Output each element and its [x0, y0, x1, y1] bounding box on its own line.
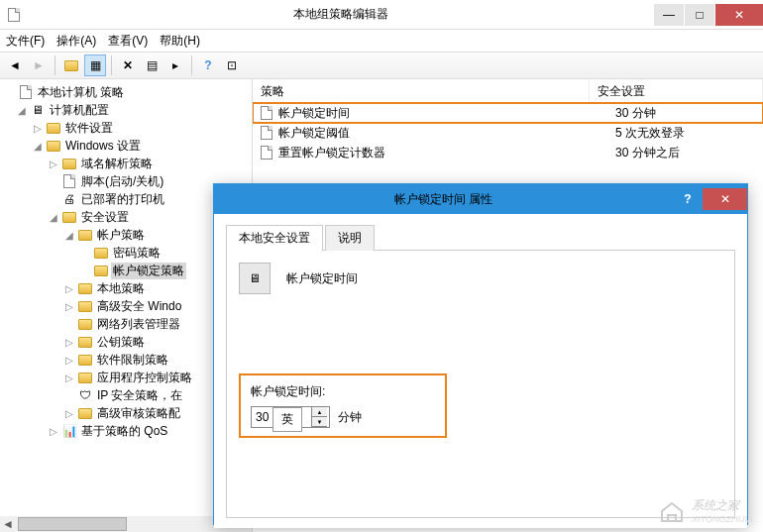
help-button[interactable]: ?: [197, 54, 219, 76]
list-row[interactable]: 帐户锁定时间 30 分钟: [253, 103, 763, 123]
scroll-left-arrow[interactable]: ◄: [0, 516, 16, 532]
folder-icon: [93, 263, 109, 278]
minimize-button[interactable]: —: [654, 4, 684, 26]
computer-icon: 🖥: [30, 102, 46, 118]
forward-button[interactable]: ►: [28, 54, 50, 76]
folder-icon: [77, 370, 93, 385]
dialog-tabs: 本地安全设置 说明: [226, 224, 735, 251]
unit-label: 分钟: [338, 409, 362, 426]
menu-help[interactable]: 帮助(H): [160, 33, 200, 50]
policy-icon: [259, 105, 274, 121]
tree-name-resolution[interactable]: ▷ 域名解析策略: [0, 155, 252, 172]
tab-local-security[interactable]: 本地安全设置: [226, 225, 323, 251]
back-button[interactable]: ◄: [4, 54, 26, 76]
scroll-thumb[interactable]: [18, 517, 127, 531]
spinner-down[interactable]: ▼: [312, 417, 327, 427]
dialog-close-button[interactable]: ✕: [703, 188, 747, 210]
up-button[interactable]: [60, 54, 82, 76]
dialog-titlebar[interactable]: 帐户锁定时间 属性 ? ✕: [214, 184, 747, 214]
folder-icon: [77, 280, 93, 296]
list-row[interactable]: 重置帐户锁定计数器 30 分钟之后: [253, 143, 763, 162]
security-icon: [61, 209, 77, 225]
col-policy[interactable]: 策略: [253, 79, 590, 102]
document-icon: [18, 84, 34, 100]
folder-icon: [77, 352, 93, 368]
folder-icon: [93, 245, 109, 261]
titlebar: 本地组策略编辑器 — □ ✕: [0, 0, 763, 30]
maximize-button[interactable]: □: [685, 4, 714, 26]
tree-software-settings[interactable]: ▷ 软件设置: [0, 119, 252, 137]
window-title: 本地组策略编辑器: [28, 6, 653, 23]
list-header: 策略 安全设置: [253, 79, 763, 103]
policy-name-label: 帐户锁定时间: [286, 270, 358, 287]
field-label: 帐户锁定时间:: [251, 383, 435, 400]
tree-root[interactable]: 本地计算机 策略: [0, 83, 252, 101]
policy-large-icon: 🖥: [239, 263, 271, 294]
folder-icon: [77, 334, 93, 350]
folder-icon: [46, 120, 61, 136]
app-icon: [0, 8, 28, 22]
spinner-up[interactable]: ▲: [312, 407, 327, 417]
menu-view[interactable]: 查看(V): [108, 33, 148, 50]
tree-computer-config[interactable]: ◢🖥 计算机配置: [0, 101, 252, 119]
ime-indicator[interactable]: 英: [272, 407, 302, 432]
folder-icon: [77, 298, 93, 314]
folder-icon: [77, 227, 93, 243]
properties-dialog: 帐户锁定时间 属性 ? ✕ 本地安全设置 说明 🖥 帐户锁定时间 帐户锁定时间:: [213, 183, 748, 525]
printer-icon: 🖨: [61, 191, 77, 207]
folder-icon: [46, 138, 61, 154]
view-button[interactable]: ⊡: [221, 54, 243, 76]
policy-icon: [259, 125, 274, 141]
field-group: 帐户锁定时间: ▲ ▼ 分钟 英: [239, 373, 447, 438]
shield-icon: 🛡: [77, 387, 93, 403]
properties-button[interactable]: ▤: [141, 54, 163, 76]
dialog-title: 帐户锁定时间 属性: [214, 191, 673, 208]
menu-file[interactable]: 文件(F): [6, 33, 45, 50]
delete-button[interactable]: ✕: [117, 54, 139, 76]
tree-windows-settings[interactable]: ◢ Windows 设置: [0, 137, 252, 155]
export-button[interactable]: ▸: [164, 54, 186, 76]
show-tree-button[interactable]: ▦: [84, 54, 106, 76]
house-icon: [658, 499, 686, 523]
close-button[interactable]: ✕: [715, 4, 763, 26]
folder-icon: [61, 156, 77, 171]
script-icon: [61, 173, 77, 189]
col-setting[interactable]: 安全设置: [590, 79, 763, 102]
folder-icon: [77, 405, 93, 421]
menu-action[interactable]: 操作(A): [56, 33, 96, 50]
list-row[interactable]: 帐户锁定阈值 5 次无效登录: [253, 123, 763, 143]
menubar: 文件(F) 操作(A) 查看(V) 帮助(H): [0, 30, 763, 52]
dialog-help-button[interactable]: ?: [673, 188, 703, 210]
toolbar: ◄ ► ▦ ✕ ▤ ▸ ? ⊡: [0, 52, 763, 79]
folder-icon: [77, 316, 93, 332]
chart-icon: 📊: [61, 423, 77, 439]
tab-explain[interactable]: 说明: [325, 225, 375, 251]
watermark: 系统之家 XITONGZHIJIA: [658, 497, 753, 524]
policy-icon: [259, 145, 274, 160]
